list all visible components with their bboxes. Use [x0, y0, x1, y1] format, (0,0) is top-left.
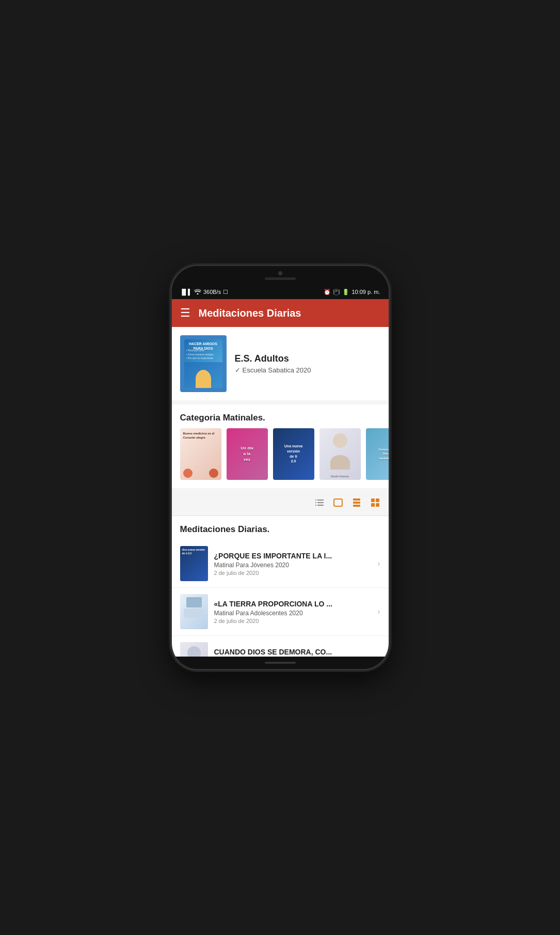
- featured-card[interactable]: HACER AMIGOSPARA DIOS • Para qué sirve •…: [172, 327, 389, 400]
- svg-rect-8: [353, 502, 360, 504]
- svg-rect-1: [317, 500, 324, 501]
- chevron-right-1: ›: [377, 559, 380, 568]
- stack-view-icon[interactable]: [351, 497, 362, 510]
- svg-rect-4: [315, 505, 316, 506]
- book-thumb-2[interactable]: Un díaa lavez: [227, 428, 268, 480]
- book-thumb-5[interactable]: Conocer alDiosverdadero: [366, 428, 389, 480]
- vibrate-icon: 📳: [333, 289, 340, 295]
- grid-view-icon[interactable]: [370, 497, 380, 510]
- app-header: ☰ Meditaciones Diarias: [172, 299, 389, 327]
- list-item-title-3: CUANDO DIOS SE DEMORA, CO...: [214, 648, 372, 656]
- list-item-title-1: ¿PORQUE ES IMPORTANTE LA I...: [214, 552, 372, 560]
- category-label: Categoria Matinales.: [172, 404, 389, 428]
- hamburger-icon[interactable]: ☰: [180, 306, 190, 320]
- list-item-cover-3: SueñoGozoso: [180, 642, 208, 657]
- list-view-icon[interactable]: [314, 497, 325, 510]
- status-left: ▐▌▌ 360B/s ☐: [180, 288, 229, 295]
- svg-rect-12: [371, 503, 375, 507]
- featured-book-cover: HACER AMIGOSPARA DIOS • Para qué sirve •…: [180, 335, 227, 392]
- app-content: ☰ Meditaciones Diarias HACER AMIGOSPARA …: [172, 299, 389, 657]
- time-display: 10:09 p. m.: [351, 289, 380, 295]
- svg-rect-2: [315, 502, 316, 503]
- list-item-info-1: ¿PORQUE ES IMPORTANTE LA I... Matinal Pa…: [214, 552, 372, 576]
- svg-rect-11: [376, 498, 379, 502]
- speaker-bar: [265, 277, 296, 280]
- book-thumb-3[interactable]: Una nuevaversiónde ti2.0: [273, 428, 314, 480]
- list-item-sub-1: Matinal Para Jóvenes 2020: [214, 562, 372, 569]
- book-thumb-4[interactable]: Sueño Gozoso: [319, 428, 361, 480]
- svg-rect-10: [371, 498, 375, 502]
- list-item-date-1: 2 de julio de 2020: [214, 570, 372, 576]
- svg-rect-6: [334, 499, 342, 506]
- list-item-cover-2: [180, 594, 208, 629]
- svg-rect-9: [353, 505, 360, 507]
- list-item-2[interactable]: «LA TIERRA PROPORCIONA LO ... Matinal Pa…: [172, 588, 389, 636]
- featured-info: E.S. Adultos ✓ Escuela Sabatica 2020: [235, 353, 380, 374]
- featured-name: E.S. Adultos: [235, 353, 380, 364]
- camera-dot: [278, 271, 282, 275]
- list-item-3[interactable]: SueñoGozoso CUANDO DIOS SE DEMORA, CO...…: [172, 636, 389, 657]
- signal-icon: ▐▌▌: [180, 289, 192, 295]
- list-item-sub-2: Matinal Para Adolescentes 2020: [214, 610, 372, 617]
- phone-shell: ▐▌▌ 360B/s ☐ ⏰ 📳 🔋 10:09 p. m. ☰ Meditac…: [172, 266, 389, 669]
- horizontal-scroll[interactable]: Buena medicina es el Corazón alegre Un d…: [172, 428, 389, 488]
- book-thumb-1[interactable]: Buena medicina es el Corazón alegre: [180, 428, 221, 480]
- devotions-section: Meditaciones Diarias. Una nueva versión …: [172, 516, 389, 657]
- svg-rect-0: [315, 500, 316, 501]
- screen-icon: ☐: [223, 289, 228, 295]
- list-item-title-2: «LA TIERRA PROPORCIONA LO ...: [214, 600, 372, 608]
- battery-icon: 🔋: [342, 289, 349, 295]
- view-toolbar: [172, 492, 389, 516]
- svg-rect-7: [353, 498, 360, 501]
- app-title: Meditaciones Diarias: [199, 307, 301, 319]
- chevron-right-2: ›: [377, 607, 380, 616]
- status-right: ⏰ 📳 🔋 10:09 p. m.: [324, 289, 380, 295]
- featured-subtitle: Escuela Sabatica 2020: [243, 366, 311, 374]
- svg-rect-13: [376, 503, 379, 507]
- category-section: Categoria Matinales. Buena medicina es e…: [172, 404, 389, 492]
- devotions-label: Meditaciones Diarias.: [172, 516, 389, 540]
- alarm-icon: ⏰: [324, 289, 331, 295]
- home-bar: [265, 662, 296, 664]
- data-speed: 360B/s: [203, 289, 221, 295]
- list-item[interactable]: Una nueva versión de ti 2.0 ¿PORQUE ES I…: [172, 540, 389, 588]
- check-icon: ✓: [235, 366, 241, 374]
- svg-rect-3: [317, 502, 324, 503]
- list-item-info-3: CUANDO DIOS SE DEMORA, CO... Devoción Fa…: [214, 648, 372, 657]
- list-item-cover-1: Una nueva versión de ti 2.0: [180, 546, 208, 581]
- list-items: Una nueva versión de ti 2.0 ¿PORQUE ES I…: [172, 540, 389, 657]
- wifi-icon: [194, 288, 201, 295]
- card-view-icon[interactable]: [333, 497, 343, 510]
- phone-top-bar: [172, 266, 389, 285]
- list-item-info-2: «LA TIERRA PROPORCIONA LO ... Matinal Pa…: [214, 600, 372, 624]
- featured-book-cover-inner: HACER AMIGOSPARA DIOS • Para qué sirve •…: [184, 339, 222, 388]
- featured-sub: ✓ Escuela Sabatica 2020: [235, 366, 380, 374]
- phone-bottom-bar: [172, 657, 389, 669]
- status-bar: ▐▌▌ 360B/s ☐ ⏰ 📳 🔋 10:09 p. m.: [172, 285, 389, 299]
- list-item-date-2: 2 de julio de 2020: [214, 618, 372, 624]
- svg-rect-5: [317, 505, 324, 506]
